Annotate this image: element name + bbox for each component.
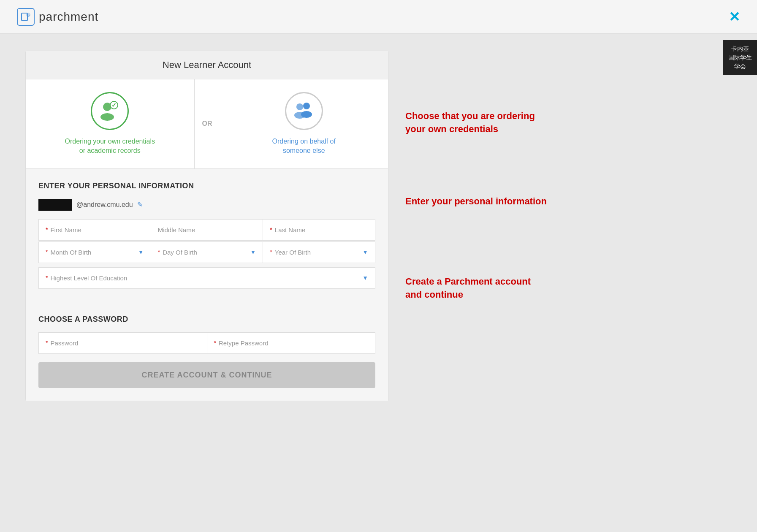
option-behalf[interactable]: Ordering on behalf ofsomeone else: [220, 79, 388, 168]
first-name-field[interactable]: * First Name: [38, 219, 151, 241]
year-label: Year Of Birth: [275, 249, 311, 256]
create-account-button[interactable]: CREATE ACCOUNT & CONTINUE: [38, 362, 375, 388]
person-check-icon: ✓: [98, 99, 122, 123]
edit-email-icon[interactable]: ✎: [137, 201, 143, 209]
logo-icon: p: [17, 8, 35, 26]
email-redacted: [38, 199, 72, 211]
instruction-block-3: Create a Parchment accountand continue: [405, 275, 732, 301]
option-selector: ✓ Ordering your own credentialsor academ…: [26, 79, 388, 169]
form-panel: New Learner Account ✓ Ordering your own …: [25, 51, 388, 401]
svg-text:✓: ✓: [111, 102, 117, 109]
account-title: New Learner Account: [163, 60, 251, 70]
last-name-required: *: [270, 226, 272, 233]
option1-icon-wrap: ✓: [91, 92, 129, 130]
middle-name-label: Middle Name: [158, 226, 195, 233]
logo-text: parchment: [39, 10, 98, 24]
year-of-birth-field[interactable]: * Year Of Birth ▼: [263, 242, 375, 263]
or-divider: OR: [195, 79, 220, 168]
svg-point-7: [296, 103, 303, 110]
logo: p parchment: [17, 8, 98, 26]
first-name-label: First Name: [50, 226, 81, 233]
email-suffix: @andrew.cmu.edu: [76, 201, 133, 209]
year-dropdown-arrow: ▼: [362, 249, 368, 255]
education-label: Highest Level Of Education: [50, 274, 127, 282]
option2-label: Ordering on behalf ofsomeone else: [272, 137, 336, 156]
header: p parchment ✕: [0, 0, 757, 34]
education-field[interactable]: * Highest Level Of Education ▼: [38, 267, 375, 289]
password-section: CHOOSE A PASSWORD * Password * Retype Pa…: [26, 307, 388, 401]
last-name-label: Last Name: [275, 226, 306, 233]
name-input-row: * First Name Middle Name * Last Name: [38, 219, 375, 241]
middle-name-field[interactable]: Middle Name: [151, 219, 263, 241]
first-name-required: *: [46, 226, 48, 233]
day-label: Day Of Birth: [163, 249, 197, 256]
password-label: Password: [50, 339, 78, 347]
retype-required: *: [214, 339, 216, 346]
personal-info-section: ENTER YOUR PERSONAL INFORMATION @andrew.…: [26, 169, 388, 307]
instruction-block-1: Choose that you are orderingyour own cre…: [405, 110, 732, 136]
main-content: New Learner Account ✓ Ordering your own …: [0, 34, 757, 418]
month-dropdown-arrow: ▼: [138, 249, 144, 255]
close-button[interactable]: ✕: [729, 9, 740, 25]
svg-point-9: [303, 103, 310, 109]
password-section-title: CHOOSE A PASSWORD: [38, 315, 375, 324]
personal-info-title: ENTER YOUR PERSONAL INFORMATION: [38, 182, 375, 190]
svg-point-10: [301, 111, 312, 118]
day-of-birth-field[interactable]: * Day Of Birth ▼: [151, 242, 263, 263]
password-required: *: [46, 339, 48, 346]
retype-password-field[interactable]: * Retype Password: [207, 332, 376, 354]
password-field[interactable]: * Password: [38, 332, 207, 354]
password-row: * Password * Retype Password: [38, 332, 375, 354]
year-required: *: [270, 249, 272, 255]
option2-icon-wrap: [285, 92, 323, 130]
email-row: @andrew.cmu.edu ✎: [38, 199, 375, 211]
retype-label: Retype Password: [219, 339, 269, 347]
day-required: *: [158, 249, 160, 255]
month-label: Month Of Birth: [50, 249, 91, 256]
education-dropdown-arrow: ▼: [362, 274, 368, 281]
instructions-panel: Choose that you are orderingyour own cre…: [405, 51, 732, 401]
education-required: *: [46, 274, 48, 281]
account-header: New Learner Account: [26, 51, 388, 79]
month-required: *: [46, 249, 48, 255]
last-name-field[interactable]: * Last Name: [263, 219, 375, 241]
birth-date-row: * Month Of Birth ▼ * Day Of Birth ▼ * Ye…: [38, 242, 375, 263]
svg-text:p: p: [27, 14, 30, 17]
instruction-text-3: Create a Parchment accountand continue: [405, 275, 732, 301]
svg-point-4: [100, 113, 114, 121]
option-own-credentials[interactable]: ✓ Ordering your own credentialsor academ…: [26, 79, 195, 168]
option1-label: Ordering your own credentialsor academic…: [65, 137, 155, 156]
sidebar-badge: 卡内基 国际学生 学会: [723, 40, 757, 75]
instruction-block-2: Enter your personal information: [405, 195, 732, 208]
day-dropdown-arrow: ▼: [250, 249, 256, 255]
instruction-text-2: Enter your personal information: [405, 195, 732, 208]
instruction-text-1: Choose that you are orderingyour own cre…: [405, 110, 732, 136]
month-of-birth-field[interactable]: * Month Of Birth ▼: [38, 242, 151, 263]
people-icon: [292, 99, 316, 123]
